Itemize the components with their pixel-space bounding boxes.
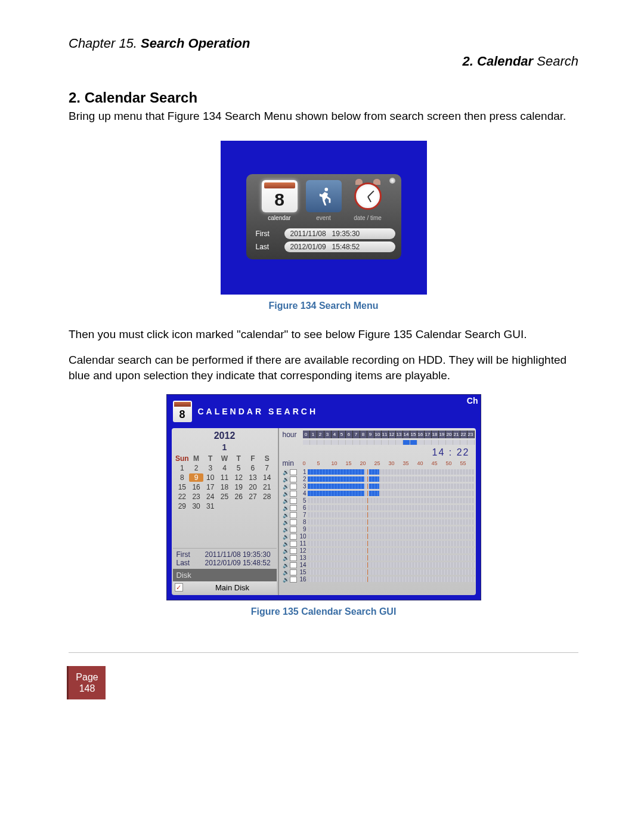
calendar-day[interactable]: 28	[260, 493, 274, 501]
channel-timeline[interactable]	[308, 541, 475, 546]
speaker-icon[interactable]: 🔊	[283, 562, 289, 568]
hour-cell[interactable]: 13	[396, 431, 403, 438]
calendar-day[interactable]: 24	[203, 493, 218, 501]
disk-checkbox[interactable]: ✓	[175, 583, 183, 592]
calendar-day[interactable]: 4	[218, 464, 232, 472]
channel-timeline[interactable]	[308, 519, 475, 525]
calendar-day[interactable]: 30	[189, 502, 203, 510]
hour-cell[interactable]: 22	[460, 431, 467, 438]
calendar-day[interactable]: 18	[218, 483, 232, 491]
calendar-day[interactable]: 8	[175, 473, 190, 482]
calendar-day[interactable]: 9	[189, 473, 203, 482]
year-label[interactable]: 2012	[173, 431, 277, 441]
month-label[interactable]: 1	[173, 442, 277, 452]
channel-timeline[interactable]	[308, 498, 475, 503]
calendar-day[interactable]: 6	[246, 464, 260, 472]
channel-timeline[interactable]	[308, 484, 475, 489]
calendar-day[interactable]: 19	[231, 483, 246, 491]
hour-cell[interactable]: 15	[410, 431, 417, 438]
channel-timeline[interactable]	[308, 491, 475, 496]
channel-checkbox[interactable]	[290, 534, 297, 540]
speaker-icon[interactable]: 🔊	[283, 569, 289, 575]
hour-cell[interactable]: 11	[382, 431, 389, 438]
calendar-day[interactable]: 26	[231, 493, 246, 501]
channel-timeline[interactable]	[308, 562, 475, 568]
hour-cell[interactable]: 4	[332, 431, 339, 438]
channel-checkbox[interactable]	[290, 541, 297, 547]
hour-cell[interactable]: 10	[374, 431, 382, 438]
speaker-icon[interactable]: 🔊	[283, 577, 289, 583]
hour-cell[interactable]: 21	[453, 431, 460, 438]
calendar-day[interactable]: 27	[246, 493, 260, 501]
channel-timeline[interactable]	[308, 505, 475, 510]
calendar-day[interactable]: 15	[175, 483, 190, 491]
hour-cell[interactable]: 7	[353, 431, 360, 438]
channel-checkbox[interactable]	[290, 562, 297, 568]
speaker-icon[interactable]: 🔊	[283, 484, 289, 490]
channel-timeline[interactable]	[308, 569, 475, 575]
speaker-icon[interactable]: 🔊	[283, 491, 289, 497]
menu-item-event[interactable]: event	[306, 180, 342, 221]
calendar-day[interactable]: 16	[189, 483, 203, 491]
calendar-day[interactable]: 29	[175, 502, 190, 510]
hour-cell[interactable]: 9	[367, 431, 374, 438]
channel-checkbox[interactable]	[290, 498, 297, 504]
speaker-icon[interactable]: 🔊	[283, 476, 289, 482]
hour-cell[interactable]: 6	[346, 431, 353, 438]
channel-timeline[interactable]	[308, 476, 475, 482]
speaker-icon[interactable]: 🔊	[283, 534, 289, 540]
speaker-icon[interactable]: 🔊	[283, 505, 289, 511]
menu-item-calendar[interactable]: 8 calendar	[262, 180, 298, 221]
channel-checkbox[interactable]	[290, 476, 297, 482]
speaker-icon[interactable]: 🔊	[283, 541, 289, 547]
hour-cell[interactable]: 2	[317, 431, 324, 438]
hour-cell[interactable]: 1	[310, 431, 317, 438]
disk-row[interactable]: ✓ Main Disk	[173, 581, 277, 594]
speaker-icon[interactable]: 🔊	[283, 548, 289, 554]
hour-cell[interactable]: 23	[467, 431, 475, 438]
hour-cell[interactable]: 18	[432, 431, 439, 438]
hour-cell[interactable]: 12	[389, 431, 396, 438]
hour-cell[interactable]: 14	[403, 431, 410, 438]
channel-checkbox[interactable]	[290, 519, 297, 525]
channel-checkbox[interactable]	[290, 491, 297, 497]
speaker-icon[interactable]: 🔊	[283, 527, 289, 532]
channel-timeline[interactable]	[308, 469, 475, 475]
speaker-icon[interactable]: 🔊	[283, 498, 289, 504]
channel-timeline[interactable]	[308, 512, 475, 518]
calendar-day[interactable]: 17	[203, 483, 218, 491]
channel-checkbox[interactable]	[290, 512, 297, 518]
channel-timeline[interactable]	[308, 548, 475, 553]
speaker-icon[interactable]: 🔊	[283, 469, 289, 475]
channel-checkbox[interactable]	[290, 484, 297, 490]
calendar-day[interactable]: 23	[189, 493, 203, 501]
calendar-day[interactable]: 3	[203, 464, 218, 472]
calendar-day[interactable]: 2	[189, 464, 203, 472]
hour-cell[interactable]: 19	[439, 431, 446, 438]
menu-item-datetime[interactable]: date / time	[350, 180, 386, 221]
channel-timeline[interactable]	[308, 534, 475, 539]
calendar-day[interactable]: 1	[175, 464, 190, 472]
channel-checkbox[interactable]	[290, 505, 297, 511]
calendar-day[interactable]: 11	[218, 473, 232, 482]
calendar-day[interactable]: 20	[246, 483, 260, 491]
hour-cell[interactable]: 20	[446, 431, 453, 438]
speaker-icon[interactable]: 🔊	[283, 519, 289, 525]
calendar-day[interactable]: 22	[175, 493, 190, 501]
channel-checkbox[interactable]	[290, 469, 297, 475]
hour-cell[interactable]: 8	[360, 431, 367, 438]
channel-timeline[interactable]	[308, 577, 475, 582]
calendar-day[interactable]: 10	[203, 473, 218, 482]
channel-checkbox[interactable]	[290, 577, 297, 583]
hour-cell[interactable]: 0	[303, 431, 310, 438]
calendar-day[interactable]: 31	[203, 502, 218, 510]
hour-cell[interactable]: 5	[339, 431, 346, 438]
calendar-day[interactable]: 21	[260, 483, 274, 491]
channel-checkbox[interactable]	[290, 527, 297, 532]
channel-checkbox[interactable]	[290, 555, 297, 561]
speaker-icon[interactable]: 🔊	[283, 555, 289, 561]
calendar-day[interactable]: 14	[260, 473, 274, 482]
hour-scale[interactable]: 01234567891011121314151617181920212223	[303, 431, 475, 438]
hour-cell[interactable]: 16	[417, 431, 425, 438]
calendar-day[interactable]: 12	[231, 473, 246, 482]
